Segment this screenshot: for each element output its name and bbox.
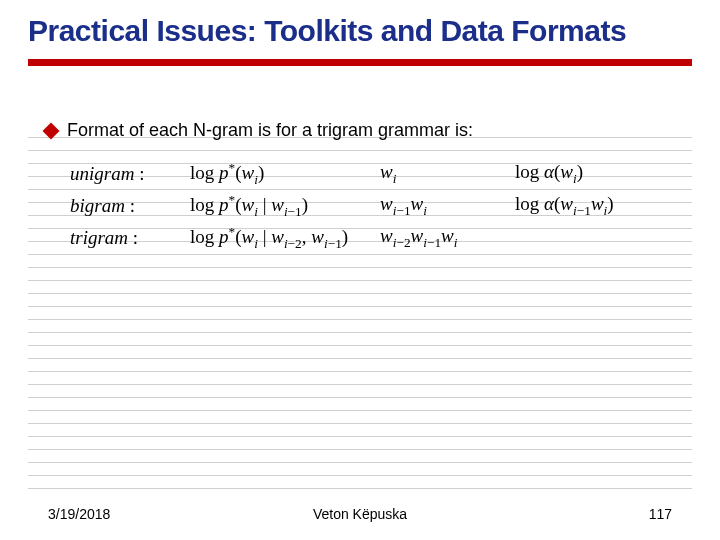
words-unigram: wi — [380, 161, 515, 187]
slide-title: Practical Issues: Toolkits and Data Form… — [28, 14, 692, 49]
footer-date: 3/19/2018 — [48, 506, 110, 522]
log-p-bigram: log p*(wi | wi−1) — [190, 192, 380, 220]
formula-block: unigram : log p*(wi) wi log α(wi) bigram… — [70, 158, 690, 254]
log-p-trigram: log p*(wi | wi−2, wi−1) — [190, 224, 380, 252]
words-bigram: wi−1wi — [380, 193, 515, 219]
label-text: trigram — [70, 227, 128, 248]
bullet-text: Format of each N-gram is for a trigram g… — [67, 120, 473, 141]
formula-row-bigram: bigram : log p*(wi | wi−1) wi−1wi log α(… — [70, 190, 690, 222]
row-label: trigram : — [70, 227, 190, 249]
slide-footer: 3/19/2018 Veton Këpuska 117 — [48, 506, 672, 522]
label-text: bigram — [70, 195, 125, 216]
log-alpha-unigram: log α(wi) — [515, 161, 665, 187]
footer-page-number: 117 — [649, 506, 672, 522]
row-label: bigram : — [70, 195, 190, 217]
title-underline — [28, 59, 692, 66]
log-alpha-bigram: log α(wi−1wi) — [515, 193, 665, 219]
diamond-bullet-icon — [43, 123, 60, 140]
footer-author: Veton Këpuska — [313, 506, 407, 522]
row-label: unigram : — [70, 163, 190, 185]
formula-row-trigram: trigram : log p*(wi | wi−2, wi−1) wi−2wi… — [70, 222, 690, 254]
formula-row-unigram: unigram : log p*(wi) wi log α(wi) — [70, 158, 690, 190]
words-trigram: wi−2wi−1wi — [380, 225, 515, 251]
bullet-point: Format of each N-gram is for a trigram g… — [45, 120, 680, 141]
label-text: unigram — [70, 163, 134, 184]
slide: Practical Issues: Toolkits and Data Form… — [0, 0, 720, 540]
log-p-unigram: log p*(wi) — [190, 160, 380, 188]
